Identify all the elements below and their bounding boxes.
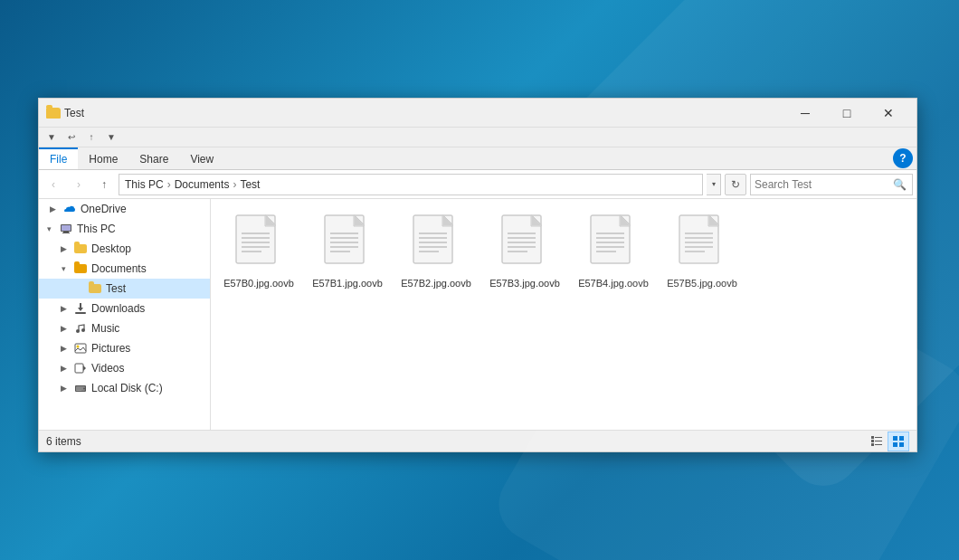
expand-test-icon <box>71 282 84 295</box>
help-button[interactable]: ? <box>893 148 913 168</box>
svg-point-10 <box>77 346 80 348</box>
minimize-button[interactable]: ─ <box>784 99 826 128</box>
ribbon: File Home Share View ? <box>39 147 916 170</box>
file-icon-2 <box>409 211 463 274</box>
file-icon-3 <box>498 211 552 274</box>
svg-point-8 <box>81 328 85 332</box>
pictures-icon <box>73 341 88 356</box>
qa-more-btn[interactable]: ▼ <box>102 129 120 146</box>
qa-undo-btn[interactable]: ↩ <box>62 129 81 146</box>
window-controls: ─ □ ✕ <box>784 99 909 128</box>
expand-desktop-icon[interactable]: ▶ <box>57 242 70 255</box>
forward-button[interactable]: › <box>68 174 90 195</box>
svg-rect-66 <box>875 437 882 438</box>
sidebar-item-local-disk[interactable]: ▶ Local Disk (C:) <box>39 378 210 398</box>
file-icon-5 <box>675 211 729 274</box>
back-button[interactable]: ‹ <box>43 174 64 195</box>
sidebar-item-downloads[interactable]: ▶ Downloads <box>39 299 210 318</box>
up-button[interactable]: ↑ <box>93 174 115 195</box>
svg-rect-65 <box>871 436 874 439</box>
close-button[interactable]: ✕ <box>868 99 909 128</box>
file-label-5: E57B5.jpg.oovb <box>667 278 737 289</box>
expand-documents-icon[interactable]: ▾ <box>57 262 70 275</box>
expand-music-icon[interactable]: ▶ <box>57 322 70 335</box>
sidebar: ▶ OneDrive ▾ This PC ▶ Deskto <box>39 199 211 430</box>
svg-rect-11 <box>75 364 83 373</box>
qa-dropdown-btn[interactable]: ▼ <box>43 129 61 146</box>
file-icon-4 <box>586 211 641 274</box>
sidebar-item-onedrive[interactable]: ▶ OneDrive <box>39 199 210 219</box>
tiles-view-button[interactable] <box>888 432 909 451</box>
file-icon-0 <box>232 211 286 274</box>
address-dropdown-btn[interactable]: ▾ <box>707 174 721 195</box>
ribbon-tabs: File Home Share View ? <box>39 147 916 169</box>
tab-home[interactable]: Home <box>78 147 128 169</box>
breadcrumb-this-pc[interactable]: This PC <box>125 178 164 191</box>
file-label-0: E57B0.jpg.oovb <box>223 278 294 289</box>
refresh-button[interactable]: ↻ <box>725 174 746 195</box>
videos-icon <box>73 361 88 375</box>
file-area: E57B0.jpg.oovb E57B1.jpg.oovb E57B2.jpg.… <box>211 199 916 430</box>
breadcrumb-test[interactable]: Test <box>240 178 260 191</box>
search-box[interactable]: 🔍 <box>750 174 913 195</box>
svg-rect-73 <box>893 442 897 447</box>
sidebar-item-desktop[interactable]: ▶ Desktop <box>39 239 210 259</box>
file-label-2: E57B2.jpg.oovb <box>401 278 471 289</box>
svg-marker-12 <box>83 365 86 371</box>
sidebar-item-videos[interactable]: ▶ Videos <box>39 358 210 378</box>
file-label-3: E57B3.jpg.oovb <box>489 278 560 289</box>
file-item-5[interactable]: E57B5.jpg.oovb <box>661 206 743 294</box>
sidebar-item-this-pc[interactable]: ▾ This PC <box>39 219 210 239</box>
address-path[interactable]: This PC › Documents › Test <box>119 174 703 195</box>
svg-rect-69 <box>871 443 874 446</box>
file-item-2[interactable]: E57B2.jpg.oovb <box>395 206 477 294</box>
details-view-button[interactable] <box>866 432 888 451</box>
svg-rect-16 <box>76 390 81 391</box>
drive-icon <box>73 381 88 395</box>
cloud-icon <box>62 202 77 216</box>
sidebar-label-documents: Documents <box>91 262 147 275</box>
file-label-1: E57B1.jpg.oovb <box>312 278 383 289</box>
svg-rect-71 <box>893 436 897 441</box>
sidebar-label-music: Music <box>91 322 119 335</box>
file-item-4[interactable]: E57B4.jpg.oovb <box>573 206 654 294</box>
breadcrumb-documents[interactable]: Documents <box>175 178 230 191</box>
tab-file[interactable]: File <box>39 147 78 169</box>
search-button[interactable]: 🔍 <box>890 176 908 194</box>
svg-rect-3 <box>62 233 70 233</box>
folder-documents-icon <box>73 261 88 276</box>
sidebar-item-documents[interactable]: ▾ Documents <box>39 259 210 279</box>
quick-access-toolbar: ▼ ↩ ↑ ▼ <box>39 128 916 147</box>
svg-rect-2 <box>63 232 69 233</box>
file-item-0[interactable]: E57B0.jpg.oovb <box>218 206 299 294</box>
item-count: 6 items <box>46 435 81 448</box>
tab-share[interactable]: Share <box>128 147 179 169</box>
tab-view[interactable]: View <box>179 147 224 169</box>
sidebar-label-test: Test <box>106 282 126 295</box>
address-bar: ‹ › ↑ This PC › Documents › Test ▾ ↻ 🔍 <box>39 170 916 199</box>
svg-point-15 <box>83 388 85 390</box>
expand-downloads-icon[interactable]: ▶ <box>57 302 70 315</box>
expand-localdisk-icon[interactable]: ▶ <box>57 382 70 394</box>
computer-icon <box>59 222 73 236</box>
sidebar-item-pictures[interactable]: ▶ Pictures <box>39 338 210 358</box>
expand-icon[interactable]: ▶ <box>46 203 59 215</box>
sidebar-item-music[interactable]: ▶ Music <box>39 318 210 338</box>
status-bar: 6 items <box>39 430 916 451</box>
search-input[interactable] <box>755 178 890 191</box>
maximize-button[interactable]: □ <box>826 99 868 128</box>
title-folder-icon <box>46 106 61 120</box>
expand-pictures-icon[interactable]: ▶ <box>57 342 70 355</box>
music-icon <box>73 321 88 336</box>
file-item-3[interactable]: E57B3.jpg.oovb <box>484 206 565 294</box>
main-content: ▶ OneDrive ▾ This PC ▶ Deskto <box>39 199 916 430</box>
svg-rect-74 <box>899 442 904 447</box>
qa-up-btn[interactable]: ↑ <box>82 129 100 146</box>
expand-this-pc-icon[interactable]: ▾ <box>43 223 55 235</box>
sidebar-label-desktop: Desktop <box>91 242 131 255</box>
sidebar-item-test[interactable]: Test <box>39 279 210 299</box>
svg-rect-70 <box>875 444 882 445</box>
file-item-1[interactable]: E57B1.jpg.oovb <box>307 206 388 294</box>
expand-videos-icon[interactable]: ▶ <box>57 362 70 375</box>
svg-rect-6 <box>75 312 86 314</box>
